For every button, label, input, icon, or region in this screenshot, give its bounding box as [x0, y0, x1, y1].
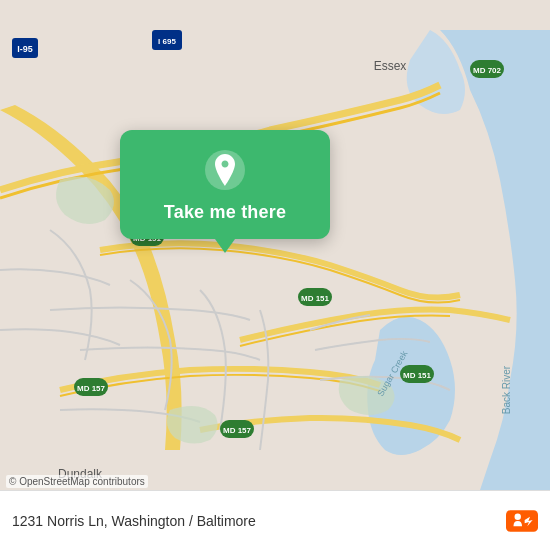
- svg-text:Back River: Back River: [501, 365, 512, 414]
- location-popup[interactable]: Take me there: [120, 130, 330, 239]
- svg-text:Essex: Essex: [374, 59, 407, 73]
- svg-text:I-95: I-95: [17, 44, 33, 54]
- svg-text:MD 157: MD 157: [77, 384, 106, 393]
- moovit-logo: [506, 505, 538, 537]
- map-container: I-95 I 695 MD 151 MD 151 MD 151 MD 157 M…: [0, 0, 550, 550]
- take-me-there-button[interactable]: Take me there: [164, 202, 286, 223]
- svg-text:MD 151: MD 151: [301, 294, 330, 303]
- moovit-logo-icon: [506, 505, 538, 537]
- svg-text:I 695: I 695: [158, 37, 176, 46]
- address-container: 1231 Norris Ln, Washington / Baltimore: [12, 512, 256, 530]
- svg-text:MD 151: MD 151: [403, 371, 432, 380]
- svg-point-23: [515, 513, 521, 519]
- svg-text:MD 702: MD 702: [473, 66, 502, 75]
- svg-rect-22: [506, 510, 538, 531]
- address-line: 1231 Norris Ln: [12, 513, 104, 529]
- svg-text:MD 157: MD 157: [223, 426, 252, 435]
- osm-attribution: © OpenStreetMap contributors: [6, 475, 148, 488]
- bottom-bar: 1231 Norris Ln, Washington / Baltimore: [0, 490, 550, 550]
- location-pin-icon: [203, 148, 247, 192]
- map-background: I-95 I 695 MD 151 MD 151 MD 151 MD 157 M…: [0, 0, 550, 550]
- city-line: Washington / Baltimore: [112, 513, 256, 529]
- address-text: 1231 Norris Ln, Washington / Baltimore: [12, 513, 256, 529]
